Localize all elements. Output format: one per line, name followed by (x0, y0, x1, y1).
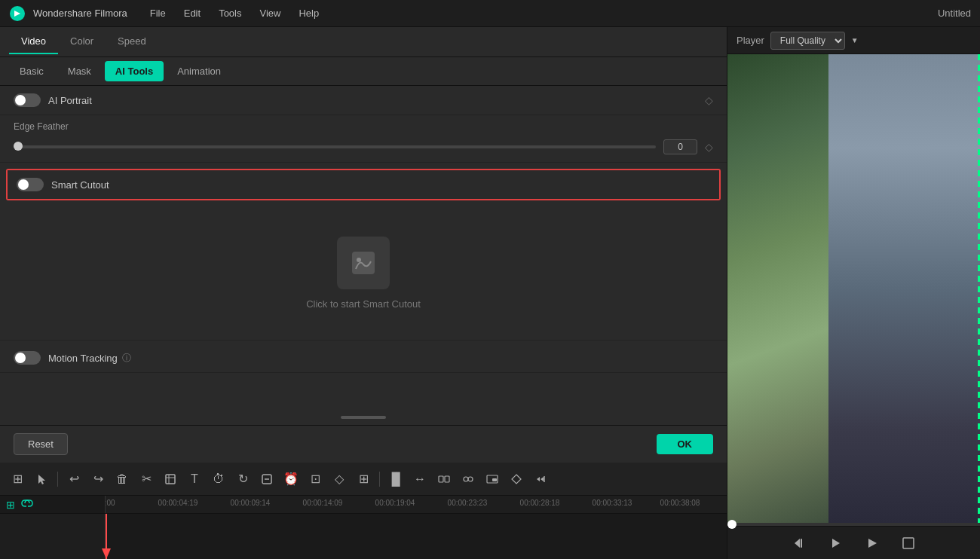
ai-portrait-label: AI Portrait (48, 95, 92, 106)
progress-thumb[interactable] (727, 520, 737, 529)
toolbar-expand-icon[interactable]: ⊡ (304, 468, 326, 490)
ruler-mark-0: 00:00 (106, 499, 115, 507)
toolbar-timer-icon[interactable]: ⏱ (207, 468, 230, 490)
toolbar-diamond2-icon[interactable]: ◇ (328, 468, 351, 490)
smart-cutout-placeholder-icon (337, 237, 390, 289)
smart-cutout-toggle[interactable] (17, 178, 44, 191)
bottom-bar: Reset OK (0, 425, 727, 463)
toolbar-delete-icon[interactable]: 🗑 (111, 468, 133, 490)
edge-feather-value[interactable]: 0 (663, 139, 697, 154)
toolbar-redo-icon[interactable]: ↪ (87, 468, 109, 490)
menu-bar: File Edit Tools View Help (142, 5, 326, 22)
main-layout: Video Color Speed Basic Mask AI Tools An… (0, 27, 980, 559)
add-track-icon[interactable]: ⊞ (6, 499, 15, 511)
svg-marker-20 (868, 539, 877, 548)
menu-tools[interactable]: Tools (211, 5, 249, 22)
panel-content: AI Portrait ◇ Edge Feather 0 ◇ (0, 86, 727, 410)
toolbar-audio-icon[interactable]: ▐▌ (384, 468, 407, 490)
svg-marker-16 (795, 539, 800, 548)
subtab-animation[interactable]: Animation (167, 61, 231, 81)
toolbar-speed2-icon[interactable] (529, 468, 552, 490)
step-back-button[interactable] (788, 531, 812, 555)
ruler-mark-6: 00:00:28:18 (520, 499, 560, 507)
divider-2 (0, 340, 727, 341)
playhead[interactable] (106, 514, 107, 559)
quality-select[interactable]: Full Quality 1/2 Quality 1/4 Quality (770, 32, 845, 50)
menu-help[interactable]: Help (291, 5, 326, 22)
svg-marker-18 (832, 539, 840, 548)
smart-cutout-area[interactable]: Click to start Smart Cutout (0, 206, 727, 340)
toolbar-cursor-icon[interactable] (30, 468, 53, 490)
motion-tracking-toggle[interactable] (14, 351, 41, 365)
titlebar: Wondershare Filmora File Edit Tools View… (0, 0, 980, 27)
preview-area (727, 54, 980, 523)
svg-rect-17 (801, 539, 802, 548)
player-bar: Player Full Quality 1/2 Quality 1/4 Qual… (727, 27, 980, 54)
subtab-ai-tools[interactable]: AI Tools (105, 61, 164, 81)
motion-tracking-info-icon[interactable]: ⓘ (122, 352, 131, 365)
fullscreen-button[interactable] (896, 531, 920, 555)
progress-bar[interactable] (727, 523, 980, 526)
ok-button[interactable]: OK (657, 434, 714, 454)
svg-rect-3 (166, 475, 175, 484)
toolbar-rotate-icon[interactable]: ↻ (231, 468, 254, 490)
menu-view[interactable]: View (252, 5, 288, 22)
toolbar-divider-2 (379, 472, 380, 487)
player-label: Player (737, 35, 764, 46)
edge-feather-slider[interactable] (14, 145, 656, 148)
toolbar-keyframe-icon[interactable] (505, 468, 528, 490)
toolbar-cut-icon[interactable]: ✂ (135, 468, 158, 490)
subtab-basic[interactable]: Basic (9, 61, 54, 81)
toolbar-transition-icon[interactable] (457, 468, 479, 490)
app-name: Wondershare Filmora (33, 8, 127, 19)
ruler-mark-8: 00:00:38:08 (660, 499, 700, 507)
toolbar-link-icon[interactable]: ↔ (409, 468, 431, 490)
toolbar-adjust-icon[interactable]: ⊞ (352, 468, 375, 490)
person-bg (828, 54, 980, 523)
svg-marker-14 (512, 475, 521, 484)
play-pause-button[interactable] (824, 531, 848, 555)
toolbar-subtract-icon[interactable] (256, 468, 278, 490)
ai-portrait-keyframe-icon[interactable]: ◇ (705, 94, 713, 106)
ruler-mark-2: 00:00:09:14 (231, 499, 271, 507)
toolbar-divider-1 (57, 472, 58, 487)
ai-portrait-toggle[interactable] (14, 93, 41, 107)
toolbar-clock-icon[interactable]: ⏰ (280, 468, 302, 490)
toolbar: ⊞ ↩ ↪ 🗑 ✂ T ⏱ ↻ ⏰ ⊡ ◇ ⊞ ▐▌ ↔ (0, 463, 727, 496)
smart-cutout-label: Smart Cutout (51, 179, 109, 191)
ruler-mark-7: 00:00:33:13 (593, 499, 632, 507)
reset-button[interactable]: Reset (14, 433, 68, 455)
scroll-indicator (0, 410, 727, 425)
toolbar-text-icon[interactable]: T (183, 468, 206, 490)
divider-1 (0, 162, 727, 163)
svg-rect-8 (439, 476, 443, 482)
scroll-bar[interactable] (341, 416, 386, 419)
toolbar-undo-icon[interactable]: ↩ (63, 468, 85, 490)
play-button[interactable] (860, 531, 884, 555)
svg-point-11 (468, 477, 473, 481)
toolbar-split-icon[interactable]: ⊞ (6, 468, 29, 490)
ai-portrait-section: AI Portrait ◇ (0, 86, 727, 115)
track-content[interactable] (106, 514, 727, 559)
link-tracks-icon[interactable] (21, 497, 33, 512)
tab-speed[interactable]: Speed (106, 29, 158, 54)
subtab-mask[interactable]: Mask (57, 61, 102, 81)
menu-edit[interactable]: Edit (176, 5, 208, 22)
toolbar-split2-icon[interactable] (433, 468, 455, 490)
tab-video[interactable]: Video (9, 29, 58, 54)
tab-color[interactable]: Color (58, 29, 106, 54)
sub-tabs: Basic Mask AI Tools Animation (0, 57, 727, 86)
edge-feather-keyframe-icon[interactable]: ◇ (705, 141, 713, 153)
track-area (0, 514, 727, 559)
track-left (0, 514, 106, 559)
playback-controls (727, 526, 980, 559)
menu-file[interactable]: File (142, 5, 173, 22)
slider-row: 0 ◇ (0, 139, 727, 162)
ruler-mark-5: 00:00:23:23 (448, 499, 488, 507)
motion-tracking-section: Motion Tracking ⓘ (0, 344, 727, 373)
left-panel: Video Color Speed Basic Mask AI Tools An… (0, 27, 727, 559)
svg-rect-9 (445, 476, 449, 482)
toolbar-pip-icon[interactable] (481, 468, 504, 490)
toolbar-crop-icon[interactable] (159, 468, 182, 490)
video-frame (727, 54, 980, 523)
